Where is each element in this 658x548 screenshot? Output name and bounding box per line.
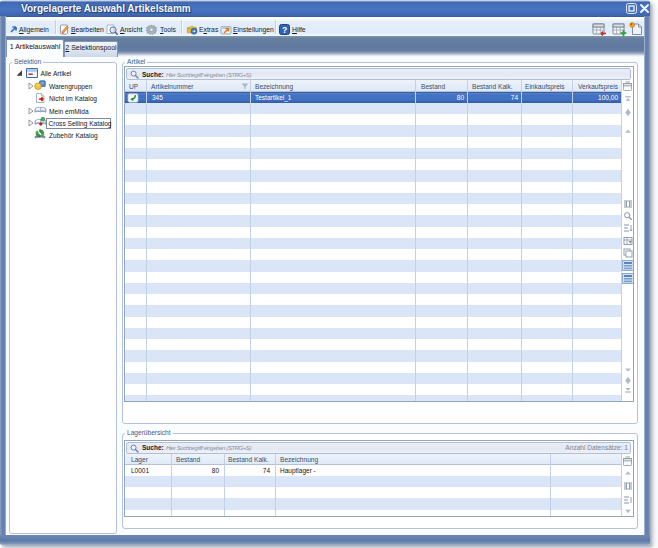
svg-text:?: ?	[282, 25, 287, 35]
